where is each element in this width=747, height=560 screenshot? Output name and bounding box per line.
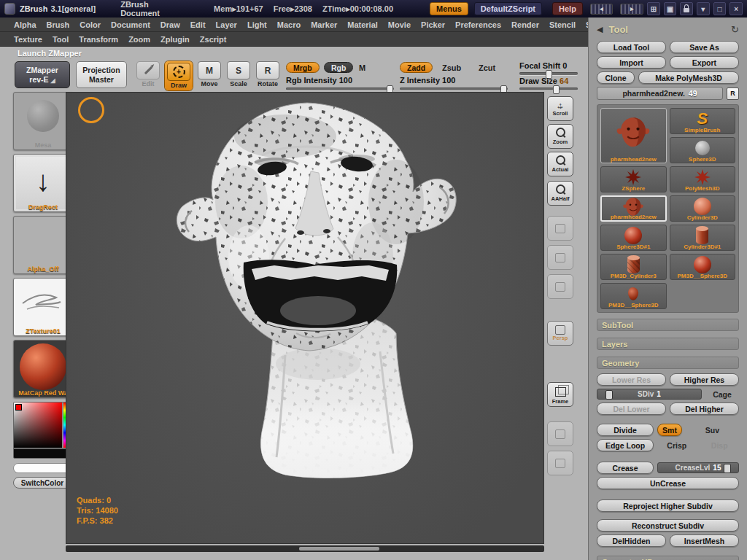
- mrgb-button[interactable]: Mrgb: [286, 62, 320, 73]
- menu-item-tool[interactable]: Tool: [47, 35, 74, 44]
- uncrease-button[interactable]: UnCrease: [597, 477, 739, 489]
- right-shelf-disabled-button[interactable]: [547, 421, 573, 446]
- default-zscript-button[interactable]: DefaultZScript: [474, 2, 542, 15]
- layers-section-header[interactable]: Layers: [597, 338, 739, 350]
- zoom-button[interactable]: Zoom: [547, 124, 573, 149]
- right-shelf-disabled-button[interactable]: [547, 216, 573, 241]
- menu-item-layer[interactable]: Layer: [211, 20, 242, 29]
- make-polymesh3d-button[interactable]: Make PolyMesh3D: [638, 71, 739, 84]
- zmapper-button[interactable]: ZMapper rev-E ◢: [15, 61, 70, 88]
- menu-item-macro[interactable]: Macro: [272, 20, 306, 29]
- menu-item-preferences[interactable]: Preferences: [450, 20, 506, 29]
- document-canvas[interactable]: Quads: 0 Tris: 14080 F.P.S: 382: [66, 92, 544, 544]
- zadd-button[interactable]: Zadd: [400, 62, 433, 73]
- tool-item[interactable]: S SimpleBrush: [670, 108, 736, 134]
- menu-item-texture[interactable]: Texture: [9, 35, 47, 44]
- tool-item[interactable]: Sphere3D#1: [600, 225, 667, 251]
- aahalf-button[interactable]: AAHalf: [547, 181, 573, 206]
- rgb-button[interactable]: Rgb: [324, 62, 353, 73]
- canvas-horizontal-scrollbar[interactable]: [66, 545, 544, 552]
- help-button[interactable]: Help: [552, 2, 583, 15]
- launch-zmapper-link[interactable]: Launch ZMapper: [0, 47, 588, 60]
- current-tool-thumbnail[interactable]: Mesa: [13, 92, 73, 150]
- sdiv-slider[interactable]: SDiv 1: [597, 389, 702, 400]
- lower-res-button[interactable]: Lower Res: [597, 373, 666, 386]
- subtool-section-header[interactable]: SubTool: [597, 319, 739, 331]
- rgb-intensity-slider[interactable]: [286, 88, 394, 90]
- switch-color-button[interactable]: SwitchColor: [13, 477, 71, 489]
- tool-item[interactable]: PM3D_Cylinder3: [600, 254, 667, 280]
- menu-item-zoom[interactable]: Zoom: [123, 35, 155, 44]
- menus-button[interactable]: Menus: [430, 2, 468, 15]
- tool-item[interactable]: PM3D__Sphere3D: [600, 283, 667, 309]
- cage-button[interactable]: Cage: [705, 390, 739, 399]
- menu-item-transform[interactable]: Transform: [74, 35, 123, 44]
- menu-item-picker[interactable]: Picker: [416, 20, 450, 29]
- rotate-tool-button[interactable]: R Rotate: [254, 61, 282, 88]
- menu-item-zplugin[interactable]: Zplugin: [155, 35, 195, 44]
- current-alpha-thumbnail[interactable]: Alpha_Off: [13, 216, 73, 274]
- menu-item-edit[interactable]: Edit: [185, 20, 211, 29]
- color-picker[interactable]: [13, 402, 73, 459]
- creaselvl-knob[interactable]: [724, 464, 731, 473]
- menu-item-marker[interactable]: Marker: [306, 20, 342, 29]
- import-button[interactable]: Import: [597, 56, 666, 69]
- zsub-button[interactable]: Zsub: [442, 63, 461, 72]
- suv-button[interactable]: Suv: [686, 426, 739, 435]
- save-as-button[interactable]: Save As: [670, 41, 739, 53]
- tool-item[interactable]: Sphere3D: [670, 137, 736, 163]
- close-button[interactable]: ×: [729, 2, 743, 15]
- higher-res-button[interactable]: Higher Res: [670, 373, 739, 386]
- menu-item-light[interactable]: Light: [242, 20, 272, 29]
- frame-button[interactable]: Frame: [547, 382, 573, 407]
- z-intensity-slider[interactable]: [400, 88, 508, 90]
- tool-item[interactable]: PolyMesh3D: [670, 166, 736, 192]
- right-shelf-disabled-button[interactable]: [547, 245, 573, 270]
- m-button[interactable]: M: [359, 63, 365, 72]
- tool-item[interactable]: pharmhead2new: [600, 108, 667, 163]
- right-shelf-disabled-button[interactable]: [547, 451, 573, 475]
- scroll-button[interactable]: ↔↕ Scroll: [547, 96, 573, 121]
- edit-tool-button[interactable]: Edit: [134, 61, 162, 88]
- smt-button[interactable]: Smt: [657, 424, 682, 436]
- geometry-section-header[interactable]: Geometry: [597, 357, 739, 369]
- restore-config-button[interactable]: R: [727, 88, 739, 100]
- menu-item-brush[interactable]: Brush: [42, 20, 75, 29]
- current-stroke-thumbnail[interactable]: ↓ DragRect: [13, 154, 73, 212]
- menu-item-movie[interactable]: Movie: [383, 20, 416, 29]
- creaselvl-slider[interactable]: CreaseLvl 15: [657, 462, 739, 473]
- disp-button[interactable]: Disp: [700, 441, 740, 450]
- copy-document-button[interactable]: ▣: [664, 2, 677, 15]
- delhidden-button[interactable]: DelHidden: [597, 534, 666, 547]
- projection-master-button[interactable]: Projection Master: [76, 61, 127, 88]
- draw-size-slider[interactable]: [519, 88, 578, 90]
- del-higher-button[interactable]: Del Higher: [670, 402, 739, 415]
- scrollbar-thumb[interactable]: [299, 547, 379, 551]
- del-lower-button[interactable]: Del Lower: [597, 402, 666, 415]
- main-color-swatch[interactable]: [13, 463, 71, 473]
- draw-size-knob[interactable]: [553, 85, 560, 94]
- menu-item-render[interactable]: Render: [506, 20, 544, 29]
- edge-loop-button[interactable]: Edge Loop: [597, 439, 654, 451]
- right-shelf-disabled-button[interactable]: [547, 274, 573, 299]
- load-tool-button[interactable]: Load Tool: [597, 41, 666, 53]
- draw-tool-button[interactable]: Draw: [165, 61, 193, 90]
- crease-button[interactable]: Crease: [597, 462, 654, 474]
- divide-button[interactable]: Divide: [597, 424, 654, 436]
- doc-scrub-right[interactable]: ▸: [620, 4, 643, 15]
- zcut-button[interactable]: Zcut: [479, 63, 495, 72]
- lock-button[interactable]: [680, 2, 693, 15]
- persp-button[interactable]: Persp: [547, 321, 573, 346]
- tool-item[interactable]: Cylinder3D: [670, 195, 736, 222]
- menu-item-zscript[interactable]: Zscript: [195, 35, 232, 44]
- active-tool-slider[interactable]: pharmhead2new. 49: [597, 87, 723, 100]
- menu-item-material[interactable]: Material: [342, 20, 383, 29]
- restore-button[interactable]: □: [713, 2, 727, 15]
- insertmesh-button[interactable]: InsertMesh: [670, 534, 739, 547]
- tool-item-selected[interactable]: pharmhead2new: [600, 195, 667, 222]
- geometry-hd-section-header[interactable]: Geometry HD: [597, 556, 739, 560]
- tool-item[interactable]: PM3D__Sphere3D: [670, 254, 736, 280]
- clone-button[interactable]: Clone: [597, 71, 635, 84]
- doc-scrub-left[interactable]: ◂: [590, 4, 614, 15]
- new-document-button[interactable]: ⊞: [647, 2, 660, 15]
